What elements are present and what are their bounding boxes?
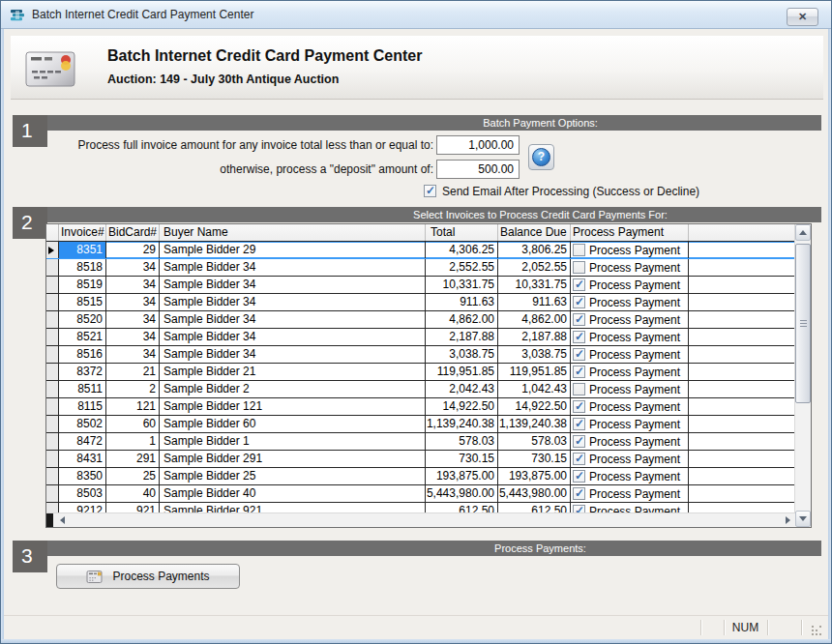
buyer-name-cell[interactable]: Sample Bidder 34	[160, 346, 426, 363]
table-row[interactable]: 837221Sample Bidder 21119,951.85119,951.…	[46, 364, 795, 381]
balance-due-cell[interactable]: 3,038.75	[498, 346, 571, 363]
invoice-cell[interactable]: 8431	[59, 451, 106, 467]
table-row[interactable]: 852034Sample Bidder 344,862.004,862.00Pr…	[46, 311, 795, 329]
process-payment-cell[interactable]: Process Payment	[571, 433, 689, 450]
process-payment-checkbox[interactable]	[573, 313, 585, 326]
buyer-name-cell[interactable]: Sample Bidder 34	[160, 311, 426, 328]
table-row[interactable]: 835129Sample Bidder 294,306.253,806.25Pr…	[46, 242, 795, 259]
process-payment-cell[interactable]: Process Payment	[571, 294, 689, 310]
table-row[interactable]: 851634Sample Bidder 343,038.753,038.75Pr…	[46, 346, 795, 364]
buyer-name-cell[interactable]: Sample Bidder 34	[160, 259, 426, 276]
bidcard-cell[interactable]: 121	[106, 398, 160, 415]
process-payment-checkbox[interactable]	[573, 418, 585, 430]
total-cell[interactable]: 119,951.85	[426, 364, 498, 380]
total-cell[interactable]: 3,038.75	[426, 346, 498, 363]
bidcard-cell[interactable]: 34	[106, 329, 160, 345]
balance-due-cell[interactable]: 14,922.50	[498, 398, 571, 415]
balance-due-cell[interactable]: 2,187.88	[498, 329, 571, 345]
row-selector[interactable]	[46, 381, 59, 397]
invoice-cell[interactable]: 8503	[59, 485, 106, 502]
row-selector[interactable]	[46, 416, 59, 432]
invoice-cell[interactable]: 8521	[59, 329, 106, 345]
process-payment-cell[interactable]: Process Payment	[571, 277, 689, 293]
buyer-name-cell[interactable]: Sample Bidder 29	[160, 242, 426, 258]
balance-due-cell[interactable]: 911.63	[498, 294, 571, 310]
table-row[interactable]: 851534Sample Bidder 34911.63911.63Proces…	[46, 294, 795, 311]
row-selector[interactable]	[46, 398, 59, 415]
resize-grip[interactable]	[813, 625, 823, 635]
scroll-down-button[interactable]	[795, 511, 811, 527]
process-payment-cell[interactable]: Process Payment	[571, 381, 689, 397]
vertical-scrollbar-thumb[interactable]	[795, 244, 811, 403]
process-payment-checkbox[interactable]	[573, 435, 585, 448]
total-cell[interactable]: 2,552.55	[426, 259, 498, 276]
invoice-cell[interactable]: 8518	[59, 259, 106, 276]
buyer-name-cell[interactable]: Sample Bidder 1	[160, 433, 426, 450]
balance-due-cell[interactable]: 2,052.55	[498, 259, 571, 276]
row-selector[interactable]	[46, 259, 59, 276]
email-checkbox[interactable]	[424, 185, 436, 197]
row-selector[interactable]	[46, 451, 59, 467]
process-payment-cell[interactable]: Process Payment	[571, 259, 689, 276]
process-payment-checkbox[interactable]	[573, 278, 585, 291]
buyer-name-cell[interactable]: Sample Bidder 121	[160, 398, 426, 415]
balance-due-cell[interactable]: 3,806.25	[498, 242, 571, 258]
process-payment-cell[interactable]: Process Payment	[571, 485, 689, 502]
balance-due-cell[interactable]: 1,139,240.38	[498, 416, 571, 432]
scroll-left-button[interactable]	[54, 513, 70, 527]
process-payment-cell[interactable]: Process Payment	[571, 398, 689, 415]
deposit-amount-input[interactable]	[436, 160, 520, 179]
total-cell[interactable]: 911.63	[426, 294, 498, 310]
row-selector[interactable]	[46, 485, 59, 502]
table-row[interactable]: 85112Sample Bidder 22,042.431,042.43Proc…	[46, 381, 795, 398]
balance-due-cell[interactable]: 119,951.85	[498, 364, 571, 380]
row-selector[interactable]	[46, 433, 59, 450]
bidcard-cell[interactable]: 34	[106, 294, 160, 310]
title-bar[interactable]: Batch Internet Credit Card Payment Cente…	[1, 1, 831, 29]
full-amount-input[interactable]	[436, 135, 520, 155]
balance-due-cell[interactable]: 730.15	[498, 451, 571, 467]
vertical-scrollbar[interactable]	[794, 224, 811, 527]
process-payment-cell[interactable]: Process Payment	[571, 311, 689, 328]
process-payment-checkbox[interactable]	[573, 487, 585, 500]
process-payment-checkbox[interactable]	[573, 366, 585, 378]
process-payment-checkbox[interactable]	[573, 244, 585, 256]
process-payment-checkbox[interactable]	[573, 331, 585, 343]
row-selector[interactable]	[46, 329, 59, 345]
buyer-name-cell[interactable]: Sample Bidder 34	[160, 294, 426, 310]
bidcard-cell[interactable]: 21	[106, 364, 160, 380]
invoice-cell[interactable]: 8519	[59, 277, 106, 293]
balance-due-cell[interactable]: 4,862.00	[498, 311, 571, 328]
table-row[interactable]: 852134Sample Bidder 342,187.882,187.88Pr…	[46, 329, 795, 346]
total-cell[interactable]: 2,042.43	[426, 381, 498, 397]
invoice-cell[interactable]: 8511	[59, 381, 106, 397]
row-selector[interactable]	[46, 311, 59, 328]
bidcard-cell[interactable]: 25	[106, 468, 160, 484]
invoice-cell[interactable]: 8350	[59, 468, 106, 484]
buyer-name-cell[interactable]: Sample Bidder 60	[160, 416, 426, 432]
invoice-cell[interactable]: 8372	[59, 364, 106, 380]
table-row[interactable]: 850340Sample Bidder 405,443,980.005,443,…	[46, 485, 795, 503]
buyer-name-cell[interactable]: Sample Bidder 25	[160, 468, 426, 484]
buyer-name-cell[interactable]: Sample Bidder 34	[160, 277, 426, 293]
total-cell[interactable]: 10,331.75	[426, 277, 498, 293]
process-payment-cell[interactable]: Process Payment	[571, 364, 689, 380]
process-payment-cell[interactable]: Process Payment	[571, 329, 689, 345]
close-button[interactable]: ✕	[787, 8, 818, 26]
process-payment-cell[interactable]: Process Payment	[571, 416, 689, 432]
bidcard-cell[interactable]: 291	[106, 451, 160, 467]
scroll-right-button[interactable]	[780, 513, 795, 527]
table-row[interactable]: 851934Sample Bidder 3410,331.7510,331.75…	[46, 277, 795, 294]
process-payment-checkbox[interactable]	[573, 296, 585, 308]
process-payment-checkbox[interactable]	[573, 470, 585, 483]
table-row[interactable]: 835025Sample Bidder 25193,875.00193,875.…	[46, 468, 795, 485]
table-row[interactable]: 850260Sample Bidder 601,139,240.381,139,…	[46, 416, 795, 433]
process-payment-checkbox[interactable]	[573, 453, 585, 465]
bidcard-cell[interactable]: 60	[106, 416, 160, 432]
bidcard-cell[interactable]: 1	[106, 433, 160, 450]
help-button[interactable]: ?	[528, 144, 554, 170]
table-row[interactable]: 851834Sample Bidder 342,552.552,052.55Pr…	[46, 259, 795, 277]
total-cell[interactable]: 5,443,980.00	[426, 485, 498, 502]
total-cell[interactable]: 14,922.50	[426, 398, 498, 415]
row-selector[interactable]	[46, 277, 59, 293]
